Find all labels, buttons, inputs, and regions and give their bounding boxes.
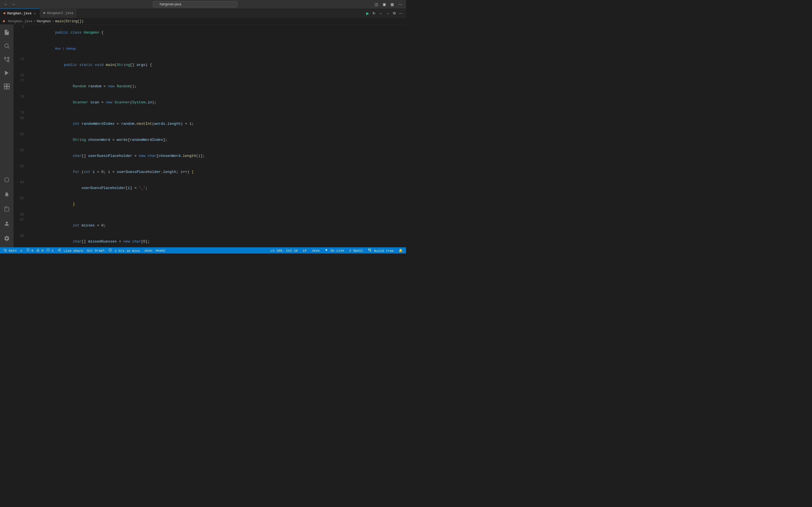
tab-label: Hangman.java xyxy=(7,11,31,15)
svg-point-10 xyxy=(6,222,8,224)
svg-rect-9 xyxy=(7,87,9,89)
activity-bottom xyxy=(0,173,13,247)
svg-point-3 xyxy=(8,60,9,62)
code-editor[interactable]: 5 public class Hangman { Run | Debug 75 xyxy=(13,24,406,247)
code-line-84: 84 userGuessPlaceholder[i] = '_'; xyxy=(13,180,406,196)
search-input[interactable] xyxy=(153,1,238,7)
svg-point-13 xyxy=(6,249,6,250)
more-editor-actions[interactable]: ⋯ xyxy=(398,11,404,16)
status-right: Ln 100, Col 18 LF Java Go Live 1 Spell B… xyxy=(269,248,404,252)
status-line-ending[interactable]: LF xyxy=(302,249,308,252)
tab-label2: Hangman2.java xyxy=(47,11,73,15)
run-button[interactable]: ▶ xyxy=(365,11,370,16)
svg-point-22 xyxy=(58,249,59,250)
more-actions-button[interactable]: ⋯ xyxy=(397,2,403,7)
activity-accounts[interactable] xyxy=(0,217,13,230)
activity-search[interactable] xyxy=(0,39,13,53)
svg-point-11 xyxy=(4,249,5,250)
title-bar-left: ← → xyxy=(3,1,16,7)
svg-line-1 xyxy=(8,47,9,48)
code-line-81: 81 String chosenWord = words[randomWordI… xyxy=(13,132,406,148)
code-line-83: 83 for (int i = 0; i < userGuessPlacehol… xyxy=(13,164,406,180)
activity-debug[interactable] xyxy=(0,66,13,80)
code-line-85: 85 } xyxy=(13,196,406,212)
undo-button[interactable]: ← xyxy=(378,11,384,16)
split-button[interactable]: ⧉ xyxy=(392,10,397,16)
status-java-ready[interactable]: Java: Ready xyxy=(143,249,166,252)
breadcrumb-class[interactable]: Hangman xyxy=(37,19,51,23)
svg-rect-6 xyxy=(4,84,6,86)
svg-point-25 xyxy=(325,249,327,251)
title-bar: ← → 🔍 ◫ ▣ ▦ ⋯ xyxy=(0,0,406,8)
redo-button[interactable]: → xyxy=(385,11,391,16)
activity-source-control[interactable] xyxy=(0,53,13,66)
code-line-5: 5 public class Hangman { xyxy=(13,24,406,41)
tab-icon2: ■ xyxy=(43,11,45,15)
code-content: 5 public class Hangman { Run | Debug 75 xyxy=(13,24,406,247)
nav-arrows: ← → xyxy=(3,1,16,7)
activity-bar xyxy=(0,24,13,247)
code-line-86: 86 xyxy=(13,212,406,217)
status-build-tree[interactable]: Build Tree xyxy=(367,248,395,252)
activity-remote[interactable] xyxy=(0,173,13,186)
activity-extensions[interactable] xyxy=(0,80,13,93)
codelens-run[interactable]: Run | Debug xyxy=(55,47,76,50)
svg-rect-26 xyxy=(368,249,369,249)
code-line-80: 80 int randomWordIndex = random.nextInt(… xyxy=(13,116,406,132)
status-sync[interactable]: ↻ xyxy=(19,248,24,252)
tab-hangman1[interactable]: ■ Hangman.java × xyxy=(0,8,40,18)
toggle-panel-button[interactable]: ▣ xyxy=(382,2,387,7)
breadcrumb: ■ Hangman.java › Hangman › main(String[]… xyxy=(0,18,406,24)
svg-point-2 xyxy=(4,57,6,59)
status-left: main ↻ 0 0 1 Live Share Git Graph 2 hrs … xyxy=(2,248,166,252)
breadcrumb-method[interactable]: main(String[]) xyxy=(55,19,84,23)
title-bar-right: ◫ ▣ ▦ ⋯ xyxy=(373,2,403,7)
split-editor-button[interactable]: ◫ xyxy=(373,2,379,7)
status-branch[interactable]: main xyxy=(2,249,18,252)
status-go-live[interactable]: Go Live xyxy=(324,248,345,252)
tab-bar: ■ Hangman.java × ■ Hangman2.java ▶ ↻ ← →… xyxy=(0,8,406,18)
search-wrapper: 🔍 xyxy=(153,1,238,7)
tab-hangman2[interactable]: ■ Hangman2.java xyxy=(40,8,77,18)
code-line-87: 87 int misses = 0; xyxy=(13,217,406,233)
code-line-77: 77 Random random = new Random(); xyxy=(13,78,406,94)
activity-files[interactable] xyxy=(0,25,13,39)
status-errors[interactable]: 0 0 1 xyxy=(26,248,55,252)
code-line-88: 88 char[] missedGuesses = new char[6]; xyxy=(13,233,406,247)
code-line-78: 78 Scanner scan = new Scanner(System.in)… xyxy=(13,94,406,110)
editor-area: 5 public class Hangman { Run | Debug 75 xyxy=(13,24,406,247)
code-line-76: 76 xyxy=(13,73,406,78)
nav-back-button[interactable]: ← xyxy=(3,1,9,7)
status-position[interactable]: Ln 100, Col 18 xyxy=(269,249,299,252)
status-spell[interactable]: 1 Spell xyxy=(348,249,364,252)
customize-layout-button[interactable]: ▦ xyxy=(389,2,395,7)
code-line-codelens: Run | Debug xyxy=(13,41,406,57)
revert-file-button[interactable]: ↻ xyxy=(371,11,377,16)
status-time-tracking[interactable]: 2 hrs 16 mins xyxy=(107,248,141,252)
svg-point-12 xyxy=(6,251,6,252)
svg-rect-27 xyxy=(370,250,371,251)
svg-marker-5 xyxy=(5,71,9,75)
breadcrumb-file[interactable]: ■ Hangman.java xyxy=(3,19,33,23)
activity-settings[interactable] xyxy=(0,231,13,245)
main-layout: 5 public class Hangman { Run | Debug 75 xyxy=(0,24,406,247)
svg-rect-28 xyxy=(370,249,371,249)
status-notification[interactable]: 🔔 xyxy=(398,248,404,252)
tab-close-hangman1[interactable]: × xyxy=(33,12,36,15)
code-line-82: 82 char[] userGuessPlaceholder = new cha… xyxy=(13,148,406,164)
svg-rect-7 xyxy=(7,84,9,86)
code-line-75: 75 public static void main(String[] args… xyxy=(13,57,406,73)
tab-icon: ■ xyxy=(3,11,5,15)
status-live-share[interactable]: Live Share xyxy=(56,248,84,252)
activity-notifications[interactable] xyxy=(0,187,13,201)
svg-point-16 xyxy=(28,250,28,251)
status-git-graph[interactable]: Git Graph xyxy=(86,249,106,252)
nav-forward-button[interactable]: → xyxy=(10,1,16,7)
status-bar: main ↻ 0 0 1 Live Share Git Graph 2 hrs … xyxy=(0,247,406,253)
activity-testing[interactable] xyxy=(0,202,13,216)
code-line-79: 79 xyxy=(13,110,406,116)
svg-point-4 xyxy=(8,57,9,59)
svg-rect-8 xyxy=(4,87,6,89)
svg-point-0 xyxy=(5,44,8,48)
status-language[interactable]: Java xyxy=(311,249,321,252)
